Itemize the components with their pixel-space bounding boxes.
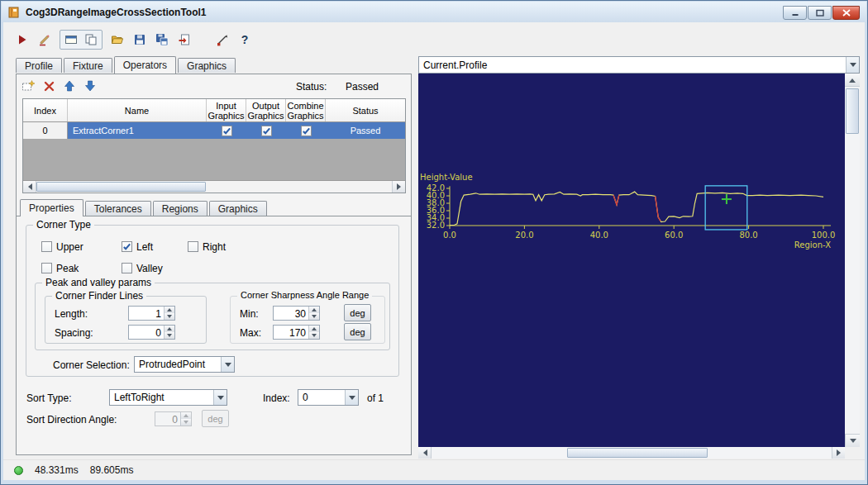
tab-graphics-sub[interactable]: Graphics xyxy=(209,201,267,216)
titlebar[interactable]: Cog3DRangeImageCrossSectionTool1 xyxy=(2,2,866,23)
chevron-down-icon[interactable] xyxy=(221,357,234,372)
display-vscrollbar[interactable] xyxy=(845,74,860,447)
combine-graphics-checkbox[interactable] xyxy=(301,126,312,136)
min-deg-button[interactable]: deg xyxy=(344,304,371,321)
max-value[interactable]: 170 xyxy=(274,326,308,339)
tab-properties[interactable]: Properties xyxy=(20,199,83,216)
new-item-icon xyxy=(21,79,36,93)
close-button[interactable] xyxy=(832,6,860,20)
minimize-button[interactable] xyxy=(783,6,807,20)
sort-direction-spinner xyxy=(180,412,191,426)
save-results-button[interactable] xyxy=(152,31,172,49)
max-input[interactable]: 170 xyxy=(273,325,320,340)
scroll-right-icon[interactable] xyxy=(392,181,405,193)
length-input[interactable]: 1 xyxy=(128,306,175,321)
app-icon xyxy=(7,6,21,19)
output-graphics-checkbox[interactable] xyxy=(261,126,272,136)
checkbox-upper[interactable]: Upper xyxy=(41,240,83,253)
col-name[interactable]: Name xyxy=(68,99,207,121)
length-spinner[interactable] xyxy=(164,307,174,320)
results-window-button[interactable] xyxy=(61,31,81,49)
sort-type-combo[interactable]: LeftToRight xyxy=(109,389,227,406)
scroll-thumb[interactable] xyxy=(846,88,859,134)
tab-tolerances[interactable]: Tolerances xyxy=(85,201,151,216)
arrow-up-icon xyxy=(63,79,76,93)
spacing-spinner[interactable] xyxy=(164,326,174,339)
sort-type-label: Sort Type: xyxy=(26,392,71,404)
display-selector-combo[interactable]: Current.Profile xyxy=(418,56,860,74)
checkbox-valley[interactable]: Valley xyxy=(122,262,163,274)
row-index-cell[interactable]: 0 xyxy=(23,122,68,139)
min-input[interactable]: 30 xyxy=(273,306,320,321)
svg-text:?: ? xyxy=(241,33,249,46)
add-operator-button[interactable] xyxy=(21,78,36,93)
checkbox-right[interactable]: Right xyxy=(188,240,226,253)
index-combo[interactable]: 0 xyxy=(298,389,359,406)
scroll-right-icon[interactable] xyxy=(832,447,845,459)
checkbox-peak[interactable]: Peak xyxy=(41,262,79,274)
edit-button[interactable] xyxy=(35,31,55,49)
scroll-down-icon[interactable] xyxy=(845,434,860,447)
max-deg-button[interactable]: deg xyxy=(344,323,371,340)
import-button[interactable] xyxy=(174,31,194,49)
svg-text:0.0: 0.0 xyxy=(443,231,456,240)
tab-operators[interactable]: Operators xyxy=(114,56,176,74)
row-status-cell[interactable]: Passed xyxy=(326,122,405,139)
tab-profile[interactable]: Profile xyxy=(16,58,62,73)
col-index[interactable]: Index xyxy=(23,99,68,121)
run-button[interactable] xyxy=(12,31,32,49)
tab-regions[interactable]: Regions xyxy=(153,201,207,216)
min-spinner[interactable] xyxy=(308,307,319,320)
table-row[interactable]: 0 ExtractCorner1 Passed xyxy=(23,122,405,139)
chevron-down-icon[interactable] xyxy=(846,57,859,73)
col-combine-graphics[interactable]: Combine Graphics xyxy=(286,99,326,121)
scroll-thumb[interactable] xyxy=(36,182,206,192)
scroll-thumb[interactable] xyxy=(567,448,708,458)
profile-plot[interactable]: 42.040.038.036.034.032.00.020.040.060.08… xyxy=(418,74,845,447)
move-down-button[interactable] xyxy=(83,78,98,93)
copy-button[interactable] xyxy=(81,31,101,49)
save-button[interactable] xyxy=(130,31,150,49)
sub-tabstrip: Properties Tolerances Regions Graphics xyxy=(20,198,269,216)
chevron-down-icon[interactable] xyxy=(213,390,227,405)
spacing-input[interactable]: 0 xyxy=(128,325,175,340)
table-hscrollbar[interactable] xyxy=(23,180,405,193)
corner-selection-combo[interactable]: ProtrudedPoint xyxy=(134,356,235,373)
open-button[interactable] xyxy=(107,31,127,49)
delete-operator-button[interactable] xyxy=(41,78,56,93)
chevron-down-icon[interactable] xyxy=(345,390,358,405)
sort-direction-input: 0 xyxy=(155,411,192,426)
checkbox-left[interactable]: Left xyxy=(122,240,153,253)
run-icon xyxy=(16,33,29,46)
row-name-cell[interactable]: ExtractCorner1 xyxy=(68,122,207,139)
profile-display: 42.040.038.036.034.032.00.020.040.060.08… xyxy=(418,74,860,459)
scroll-up-icon[interactable] xyxy=(845,74,860,87)
checkbox-box xyxy=(122,241,132,252)
maximize-button[interactable] xyxy=(808,6,832,20)
scroll-left-icon[interactable] xyxy=(23,181,36,193)
col-output-graphics[interactable]: Output Graphics xyxy=(246,99,286,121)
input-graphics-checkbox[interactable] xyxy=(222,126,232,136)
length-value[interactable]: 1 xyxy=(129,307,164,320)
save-plus-icon xyxy=(155,33,169,46)
profile-plot-canvas[interactable]: 42.040.038.036.034.032.00.020.040.060.08… xyxy=(418,74,845,447)
checkbox-box xyxy=(188,241,198,252)
window-icon xyxy=(64,33,78,46)
max-spinner[interactable] xyxy=(308,326,319,339)
scroll-left-icon[interactable] xyxy=(418,447,432,459)
display-hscrollbar[interactable] xyxy=(418,447,845,459)
min-value[interactable]: 30 xyxy=(274,307,308,320)
col-status[interactable]: Status xyxy=(326,99,405,121)
row-input-graphics-cell xyxy=(207,122,246,139)
probe-button[interactable] xyxy=(212,31,232,49)
operators-panel: Status: Passed Index Name Input Graphics… xyxy=(16,74,412,455)
svg-text:100.0: 100.0 xyxy=(812,231,836,240)
spacing-value[interactable]: 0 xyxy=(129,326,164,339)
tab-fixture[interactable]: Fixture xyxy=(64,58,112,73)
tab-graphics[interactable]: Graphics xyxy=(178,58,236,73)
col-input-graphics[interactable]: Input Graphics xyxy=(207,99,246,121)
help-button[interactable]: ? xyxy=(235,31,255,49)
display-selector-value: Current.Profile xyxy=(419,59,846,71)
sort-direction-label: Sort Direction Angle: xyxy=(26,414,117,426)
move-up-button[interactable] xyxy=(62,78,77,93)
